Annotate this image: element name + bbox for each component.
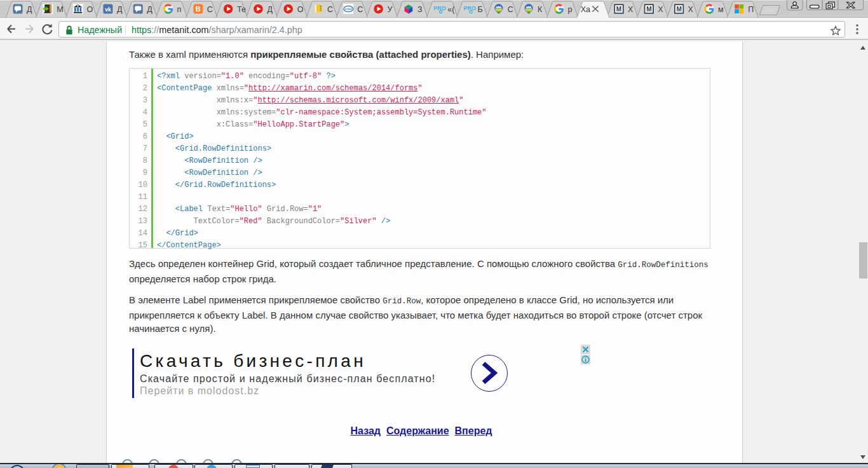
svg-text:Ха: Ха: [581, 5, 590, 14]
svg-text:Д: Д: [117, 5, 123, 14]
svg-text:О: О: [87, 5, 93, 14]
svg-text:У: У: [388, 5, 393, 14]
svg-text:Х: Х: [688, 5, 694, 14]
svg-text:Х: Х: [628, 5, 634, 14]
svg-text:С: С: [207, 5, 213, 14]
svg-text:С: С: [508, 5, 513, 14]
svg-text:О: О: [297, 5, 304, 14]
svg-text:M: M: [676, 6, 681, 13]
svg-text:M: M: [646, 6, 651, 13]
svg-text:M: M: [616, 6, 621, 13]
svg-text:п: п: [177, 5, 182, 14]
svg-text:«(: «(: [447, 5, 455, 14]
svg-text:М: М: [57, 5, 63, 14]
svg-text:intel: intel: [345, 6, 352, 11]
svg-text:Те: Те: [237, 5, 246, 14]
svg-text:С: С: [327, 5, 333, 14]
svg-text:Д: Д: [27, 5, 32, 14]
svg-text:Д: Д: [267, 5, 273, 14]
svg-text:П: П: [748, 5, 754, 14]
svg-text:B: B: [196, 5, 201, 13]
svg-text:м: м: [718, 5, 724, 14]
svg-text:Б: Б: [478, 5, 483, 14]
svg-text:PRO: PRO: [464, 5, 477, 11]
svg-text:Д: Д: [147, 5, 153, 14]
svg-text:PRO: PRO: [433, 5, 446, 11]
svg-text:р: р: [567, 5, 572, 14]
svg-text:Х: Х: [658, 5, 663, 14]
svg-text:З: З: [417, 5, 423, 14]
svg-text:С: С: [357, 5, 363, 14]
svg-text:vk: vk: [105, 6, 111, 13]
svg-text:К: К: [538, 5, 543, 14]
